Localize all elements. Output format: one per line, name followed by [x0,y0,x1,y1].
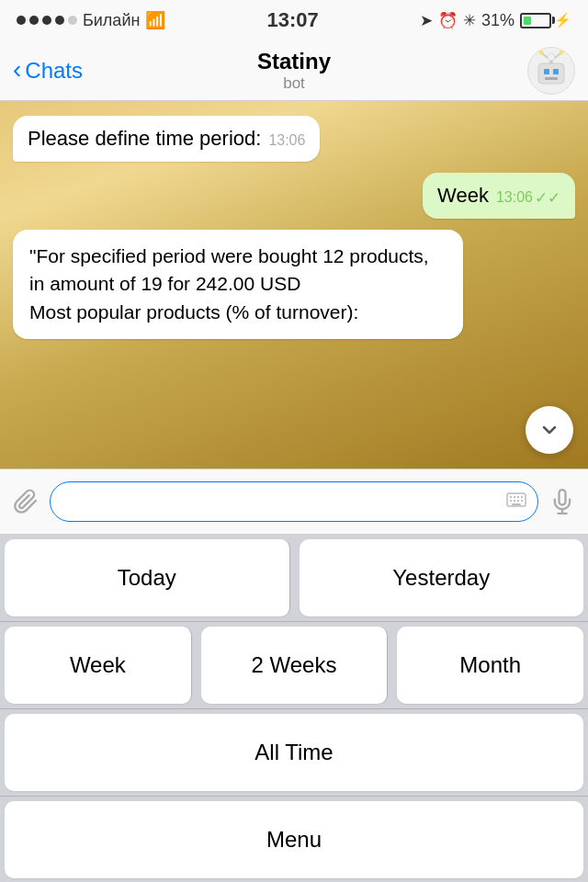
svg-point-9 [560,50,564,54]
scroll-down-button[interactable] [526,406,573,454]
quick-reply-menu[interactable]: Menu [5,801,583,878]
location-icon: ➤ [420,11,433,30]
message-row: Please define time period: 13:06 [13,116,575,162]
quick-reply-row-4: Menu [0,797,588,882]
messages-container: Please define time period: 13:06 Week 13… [0,101,588,354]
svg-rect-17 [517,500,519,502]
chat-title: Statiny [257,49,331,74]
quick-reply-row-3: All Time [0,709,588,797]
keyboard-icon [506,492,526,512]
quick-replies-area: Today Yesterday Week 2 Weeks Month All T… [0,535,588,882]
status-bar: Билайн 📶 13:07 ➤ ⏰ ✳ 31% ⚡ [0,0,588,40]
svg-rect-18 [521,500,523,502]
quick-reply-2weeks[interactable]: 2 Weeks [201,627,389,704]
message-bubble-left: Please define time period: 13:06 [13,116,320,162]
chat-subtitle: bot [257,74,331,93]
svg-rect-1 [544,69,549,74]
svg-rect-19 [512,503,521,505]
svg-rect-2 [553,69,559,74]
svg-rect-12 [514,496,515,498]
svg-rect-15 [510,500,512,502]
chevron-down-icon [538,419,560,441]
message-text: Week [437,184,489,208]
message-bubble-long: "For specified period were bought 12 pro… [13,230,463,339]
paperclip-icon [13,489,39,514]
bot-avatar[interactable] [527,47,575,95]
bluetooth-icon: ✳ [463,11,476,30]
status-time: 13:07 [267,8,319,32]
chat-area: Please define time period: 13:06 Week 13… [0,101,588,469]
message-row: "For specified period were bought 12 pro… [13,230,575,339]
svg-rect-16 [514,500,515,502]
svg-rect-0 [538,63,564,84]
back-label: Chats [25,58,83,84]
carrier-label: Билайн [83,11,140,30]
message-text: "For specified period were bought 12 pro… [29,245,429,322]
status-right: ➤ ⏰ ✳ 31% ⚡ [420,11,571,30]
nav-bar: ‹ Chats Statiny bot [0,40,588,101]
message-time: 13:06 ✓✓ [496,188,560,208]
svg-line-8 [555,53,560,58]
svg-rect-14 [521,496,523,498]
message-input-wrapper[interactable] [50,481,538,522]
svg-line-6 [542,53,548,58]
alarm-icon: ⏰ [438,11,458,30]
nav-title-block: Statiny bot [257,49,331,93]
message-input[interactable] [63,492,525,513]
back-chevron-icon: ‹ [13,57,21,83]
signal-dots [17,16,77,25]
quick-reply-yesterday[interactable]: Yesterday [300,539,584,616]
message-bubble-right: Week 13:06 ✓✓ [423,173,575,219]
quick-reply-month[interactable]: Month [397,627,583,704]
input-bar [0,469,588,535]
bot-avatar-image [529,49,573,93]
attachment-button[interactable] [13,489,39,514]
message-time: 13:06 [268,132,305,149]
battery-percent: 31% [481,11,514,30]
battery-indicator: ⚡ [520,12,571,28]
microphone-button[interactable] [549,489,575,514]
svg-point-7 [539,50,544,54]
wifi-icon: 📶 [145,10,165,30]
quick-reply-row-1: Today Yesterday [0,535,588,622]
message-text: Please define time period: [28,127,261,151]
quick-reply-alltime[interactable]: All Time [5,714,583,791]
svg-point-5 [548,53,555,61]
status-left: Билайн 📶 [17,10,165,30]
svg-rect-11 [510,496,512,498]
quick-reply-week[interactable]: Week [5,627,192,704]
quick-reply-row-2: Week 2 Weeks Month [0,622,588,709]
message-row: Week 13:06 ✓✓ [13,173,575,219]
svg-rect-13 [517,496,519,498]
keyboard-svg [506,492,526,507]
svg-rect-3 [545,77,558,80]
read-checkmarks: ✓✓ [535,188,560,208]
microphone-icon [549,489,575,514]
quick-reply-today[interactable]: Today [5,539,290,616]
back-button[interactable]: ‹ Chats [13,58,83,84]
